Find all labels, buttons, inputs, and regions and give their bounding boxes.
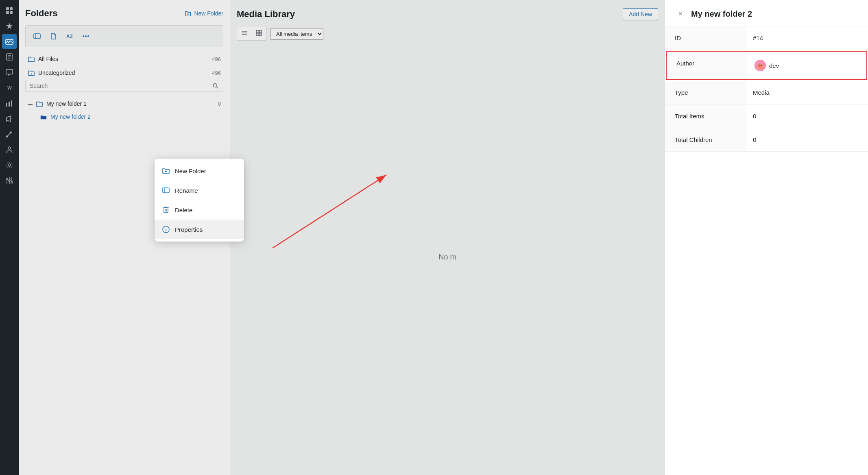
context-properties-icon — [162, 225, 170, 233]
media-toolbar: All media items — [237, 27, 658, 41]
prop-value-author: dev — [748, 52, 866, 79]
author-avatar — [755, 60, 766, 71]
svg-point-28 — [85, 35, 87, 37]
context-delete-icon — [162, 206, 170, 214]
more-toolbar-icon[interactable] — [79, 30, 92, 43]
prop-value-id: #14 — [746, 26, 868, 50]
folder-my-new-1[interactable]: ▬ My new folder 1 0 — [25, 97, 223, 111]
prop-label-type: Type — [665, 81, 746, 104]
subfolder-icon — [40, 113, 47, 120]
rename-toolbar-icon[interactable] — [31, 30, 44, 43]
folder-uncategorized[interactable]: Uncategorized 496 — [25, 66, 223, 80]
view-toggle — [237, 27, 267, 41]
prop-value-total-items: 0 — [746, 105, 868, 128]
svg-rect-38 — [260, 31, 262, 33]
properties-header: × My new folder 2 — [665, 0, 868, 26]
add-new-button[interactable]: Add New — [623, 8, 658, 20]
main-content: Folders New Folder AZ All F — [19, 0, 868, 475]
context-rename-icon — [162, 186, 170, 194]
folders-title: Folders — [25, 8, 57, 19]
svg-rect-37 — [257, 31, 259, 33]
sidebar-item-comments[interactable] — [2, 65, 17, 80]
properties-panel: × My new folder 2 ID #14 Author — [665, 0, 868, 475]
folder-all-files[interactable]: All Files 496 — [25, 52, 223, 66]
svg-point-14 — [8, 147, 11, 149]
list-view-icon[interactable] — [237, 27, 252, 40]
prop-row-total-items: Total Items 0 — [665, 105, 868, 128]
prop-row-total-children: Total Children 0 — [665, 128, 868, 152]
prop-row-type: Type Media — [665, 81, 868, 105]
sidebar-item-pin[interactable] — [2, 19, 17, 33]
media-filter-select[interactable]: All media items — [270, 28, 323, 40]
svg-rect-2 — [6, 11, 9, 14]
svg-rect-40 — [260, 33, 262, 36]
prop-value-total-children: 0 — [746, 128, 868, 151]
svg-rect-3 — [10, 11, 13, 14]
svg-rect-10 — [6, 103, 7, 107]
svg-point-27 — [83, 35, 84, 37]
sidebar-item-media[interactable] — [2, 34, 17, 49]
prop-label-id: ID — [665, 26, 746, 50]
sidebar-item-pages[interactable] — [2, 50, 17, 64]
svg-point-30 — [31, 73, 32, 74]
prop-label-total-items: Total Items — [665, 105, 746, 128]
svg-point-54 — [166, 228, 166, 228]
sidebar-item-users[interactable] — [2, 142, 17, 157]
media-empty-text: No m — [237, 47, 658, 467]
context-menu-properties[interactable]: Properties — [155, 220, 244, 239]
new-folder-button[interactable]: New Folder — [184, 10, 223, 17]
prop-label-author: Author — [667, 52, 748, 79]
context-menu-delete[interactable]: Delete — [155, 200, 244, 220]
prop-row-author: Author dev — [666, 51, 867, 80]
sidebar-item-marketing[interactable] — [2, 111, 17, 126]
az-toolbar-icon[interactable]: AZ — [63, 30, 76, 43]
svg-rect-11 — [9, 102, 10, 107]
svg-point-20 — [11, 182, 13, 183]
sidebar-item-settings[interactable] — [2, 158, 17, 172]
context-menu-rename[interactable]: Rename — [155, 181, 244, 200]
sidebar-item-analytics[interactable] — [2, 96, 17, 111]
sidebar-item-dashboard[interactable] — [2, 3, 17, 18]
sidebar-item-adjust[interactable] — [2, 173, 17, 188]
svg-rect-24 — [34, 34, 40, 39]
search-box — [25, 80, 223, 92]
avatar-icon — [755, 60, 766, 71]
folders-header: Folders New Folder — [25, 8, 223, 19]
sidebar-item-woo[interactable]: W — [2, 81, 17, 95]
context-menu: New Folder Rename Delete Properties — [155, 159, 244, 242]
file-toolbar-icon[interactable] — [47, 30, 60, 43]
grid-view-icon[interactable] — [252, 27, 266, 40]
svg-rect-1 — [10, 7, 13, 10]
svg-rect-47 — [163, 188, 169, 193]
svg-text:AZ: AZ — [66, 34, 73, 39]
svg-rect-0 — [6, 7, 9, 10]
prop-value-type: Media — [746, 81, 868, 104]
svg-rect-12 — [11, 100, 12, 107]
close-button[interactable]: × — [675, 8, 686, 20]
sidebar-item-tools[interactable] — [2, 127, 17, 142]
svg-rect-39 — [257, 33, 259, 36]
prop-row-id: ID #14 — [665, 26, 868, 50]
folders-toolbar: AZ — [25, 25, 223, 47]
media-header: Media Library Add New — [237, 8, 658, 20]
context-new-folder-icon — [162, 167, 170, 175]
svg-point-19 — [6, 178, 8, 180]
search-icon — [212, 83, 219, 89]
svg-point-32 — [213, 83, 217, 87]
folder-my-new-2[interactable]: My new folder 2 — [25, 111, 223, 123]
folder-tree-icon — [36, 100, 43, 107]
properties-title: My new folder 2 — [691, 9, 752, 19]
media-panel: Media Library Add New All media items No… — [230, 0, 665, 475]
search-input[interactable] — [30, 83, 212, 89]
context-menu-new-folder[interactable]: New Folder — [155, 161, 244, 181]
svg-point-15 — [8, 164, 11, 166]
properties-table: ID #14 Author — [665, 26, 868, 475]
sidebar: W — [0, 0, 19, 475]
svg-point-29 — [87, 35, 89, 37]
new-folder-icon — [184, 10, 192, 17]
svg-line-33 — [216, 87, 218, 88]
folder-info-icon — [28, 69, 35, 76]
prop-label-total-children: Total Children — [665, 128, 746, 151]
folder-icon — [28, 55, 35, 63]
media-title: Media Library — [237, 9, 295, 20]
